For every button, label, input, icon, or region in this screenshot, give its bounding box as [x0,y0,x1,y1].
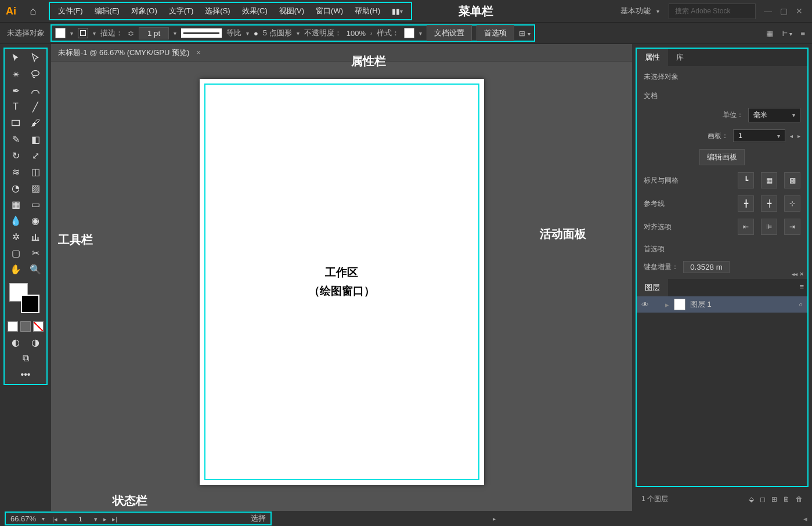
unit-select[interactable]: 毫米▾ [748,108,800,122]
guides-icon-2[interactable]: ┿ [761,195,777,212]
kbd-increment-input[interactable] [683,261,730,273]
gradient-mode[interactable] [20,321,31,332]
opacity-value[interactable]: 100% [347,29,366,38]
align-icon-1[interactable]: ⇤ [738,219,754,235]
artboard-nav[interactable]: |◂ ◂ 1 ▾ ▸ ▸| [50,514,119,523]
slice-tool[interactable]: ✂ [26,245,45,261]
width-tool[interactable]: ≋ [6,164,26,180]
screen-mode[interactable]: ⧉ [6,350,45,367]
first-artboard-icon[interactable]: |◂ [52,516,57,523]
menu-view[interactable]: 视图(V) [273,3,310,19]
zoom-tool[interactable]: 🔍 [26,261,45,277]
stroke-profile[interactable] [181,28,222,38]
mesh-tool[interactable]: ▦ [6,196,26,212]
free-transform-tool[interactable]: ◫ [26,164,45,180]
rectangle-tool[interactable] [6,115,26,131]
artboard-index[interactable]: 1 [78,516,82,523]
guides-icon-1[interactable]: ╋ [738,195,754,212]
close-icon[interactable]: ✕ [796,6,803,16]
selection-tool[interactable] [6,50,26,66]
align-icon-3[interactable]: ⇥ [784,219,800,235]
align-icon-2[interactable]: ⊫ [761,219,777,235]
next-artboard-icon[interactable]: ▸ [797,133,800,139]
prefs-button[interactable]: 首选项 [477,25,514,41]
list-icon[interactable]: ≡ [800,29,805,38]
prev-artboard-icon-status[interactable]: ◂ [63,516,67,523]
tab-close-icon[interactable]: × [196,48,201,57]
next-artboard-icon-status[interactable]: ▸ [103,516,107,523]
search-input[interactable]: 搜索 Adobe Stock [669,3,756,19]
draw-mode-2[interactable]: ◑ [26,334,45,350]
stroke-swatch[interactable] [78,28,88,38]
panel-menu-icon[interactable]: ≡ [796,279,807,296]
stroke-weight-input[interactable] [139,27,169,39]
fill-swatch[interactable] [55,28,66,38]
align-panel-icon[interactable]: ⊫ ▾ [781,29,793,38]
clip-icon[interactable]: ◻ [760,495,766,503]
layer-name[interactable]: 图层 1 [690,299,712,310]
artboard-tool[interactable]: ▢ [6,245,26,261]
menu-help[interactable]: 帮助(H) [349,3,386,19]
paintbrush-tool[interactable]: 🖌 [26,115,45,131]
new-sublayer-icon[interactable]: ⊞ [771,495,777,503]
menu-type[interactable]: 文字(T) [163,3,200,19]
tab-properties[interactable]: 属性 [637,49,668,66]
delete-layer-icon[interactable]: 🗑 [796,495,803,503]
arrange-icon[interactable]: ▮▮ ▾ [386,3,409,19]
shape-builder-tool[interactable]: ◔ [6,180,26,196]
hand-tool[interactable]: ✋ [6,261,26,277]
none-mode[interactable] [33,321,44,332]
menu-file[interactable]: 文件(F) [52,3,89,19]
lasso-tool[interactable] [26,66,45,82]
visibility-icon[interactable]: 👁 [641,300,649,309]
brush-label[interactable]: 5 点圆形 [263,28,292,38]
zoom-level[interactable]: 66.67% [10,514,36,523]
type-tool[interactable]: T [6,99,26,115]
new-layer-icon[interactable]: 🗎 [783,495,790,503]
ruler-icon[interactable]: ┗ [738,172,754,188]
document-tab[interactable]: 未标题-1 @ 66.67% (CMYK/GPU 预览) × [51,44,632,61]
artboard-select[interactable]: 1▾ [733,129,785,142]
rotate-tool[interactable]: ↻ [6,147,26,164]
status-menu-icon[interactable]: ▸ [493,516,496,522]
color-picker[interactable] [7,281,44,315]
direct-selection-tool[interactable] [26,50,45,66]
symbol-sprayer-tool[interactable]: ✲ [6,228,26,245]
menu-edit[interactable]: 编辑(E) [89,3,125,19]
background-color[interactable] [21,295,39,313]
grid-icon[interactable]: ▦ [761,172,777,188]
shaper-tool[interactable]: ✎ [6,131,26,147]
tab-layers[interactable]: 图层 [637,279,668,296]
doc-setup-button[interactable]: 文档设置 [427,25,472,41]
locate-icon[interactable]: ⬙ [749,495,754,503]
magic-wand-tool[interactable]: ✴ [6,66,26,82]
align-icon[interactable]: ⊞ ▾ [519,29,530,38]
scale-tool[interactable]: ⤢ [26,147,45,164]
menu-effect[interactable]: 效果(C) [236,3,273,19]
transparency-grid-icon[interactable]: ▩ [784,172,800,188]
maximize-icon[interactable]: ▢ [780,6,788,16]
layer-row[interactable]: 👁 ▸ 图层 1 ○ [637,296,807,313]
menu-select[interactable]: 选择(S) [199,3,236,19]
canvas-viewport[interactable]: 工作区 （绘图窗口） [51,61,632,511]
menu-object[interactable]: 对象(O) [125,3,163,19]
eyedropper-tool[interactable]: 💧 [6,212,26,228]
menu-window[interactable]: 窗口(W) [310,3,349,19]
edit-toolbar[interactable]: ••• [6,367,45,383]
fill-mode[interactable] [8,321,18,332]
pen-tool[interactable]: ✒ [6,82,26,99]
artboard[interactable]: 工作区 （绘图窗口） [200,79,484,485]
blend-tool[interactable]: ◉ [26,212,45,228]
perspective-tool[interactable]: ▨ [26,180,45,196]
home-icon[interactable]: ⌂ [22,5,44,17]
prev-artboard-icon[interactable]: ◂ [790,133,793,139]
scroll-left-icon[interactable]: ◂ [803,514,807,523]
tab-libraries[interactable]: 库 [668,49,692,66]
graph-tool[interactable] [26,228,45,245]
workspace-dropdown[interactable]: 基本功能 [616,3,664,19]
transform-icon[interactable]: ▦ [766,29,773,38]
curvature-tool[interactable] [26,82,45,99]
style-swatch[interactable] [404,28,414,38]
line-tool[interactable]: ╱ [26,99,45,115]
smart-guides-icon[interactable]: ⊹ [784,195,800,212]
